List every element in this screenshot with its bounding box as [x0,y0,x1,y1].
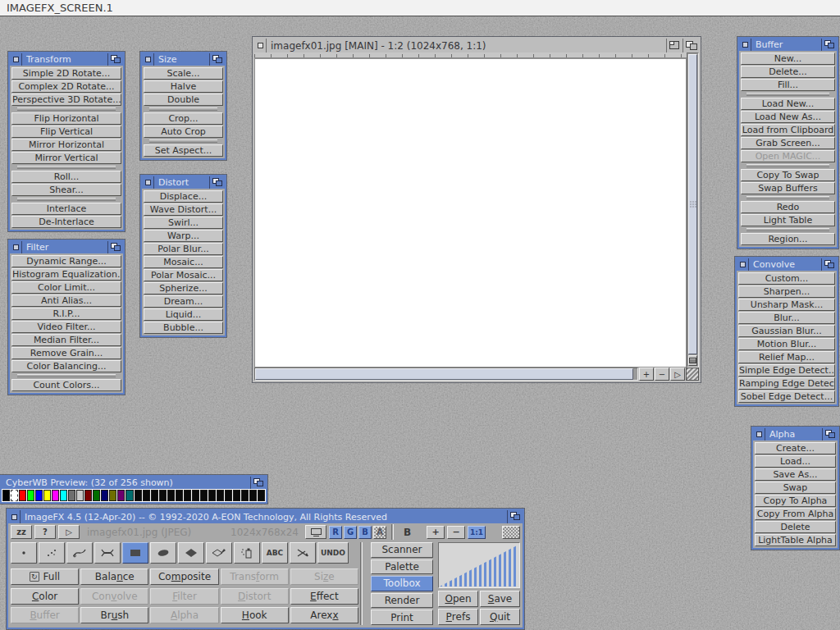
panel-button[interactable]: Remove Grain... [11,347,121,359]
depth-icon[interactable] [107,241,123,253]
alpha-titlebar[interactable]: Alpha [753,428,838,441]
palette-titlebar[interactable]: CyberWB Preview: (32 of 256 shown) [2,477,266,489]
panel-button[interactable]: LightTable Alpha [755,534,836,546]
distort-titlebar[interactable]: Distort [142,176,225,189]
panel-button[interactable]: Ramping Edge Detect [738,377,835,390]
panel-button[interactable]: Liquid... [144,308,223,321]
box-tool-button[interactable] [122,542,148,564]
panel-button[interactable]: Polar Mosaic... [144,269,223,281]
color-swatch[interactable] [126,490,133,501]
polygon-tool-button[interactable] [178,542,204,564]
panel-button[interactable]: Sobel Edge Detect... [738,390,835,403]
close-icon[interactable] [142,53,154,66]
color-swatch[interactable] [60,490,67,501]
help-button[interactable]: ? [34,525,56,539]
action-button[interactable]: Save [480,591,520,607]
color-swatch[interactable] [184,490,191,501]
color-swatch[interactable] [192,490,199,501]
channel-button[interactable]: G [344,526,357,539]
panel-button[interactable]: Double [144,94,223,106]
depth-icon[interactable] [250,477,266,489]
panel-button[interactable]: Grab Screen... [741,137,835,149]
side-button[interactable]: Scanner [371,542,433,558]
panel-button[interactable]: Crop... [144,112,223,125]
side-button[interactable]: Palette [371,559,433,575]
toolbox-grid-button[interactable]: ↻Arexx [290,607,358,623]
color-swatch[interactable] [76,490,84,501]
panel-button[interactable]: Shear... [11,184,121,196]
panel-button[interactable]: Median Filter... [11,334,121,346]
panel-button[interactable]: Delete... [741,66,835,78]
pan-arrow-button[interactable]: ▷ [670,368,685,381]
crop-tool-button[interactable] [290,542,316,564]
panel-button[interactable]: Fill... [741,79,835,91]
color-swatch[interactable] [241,490,249,501]
panel-button[interactable]: Custom... [738,272,835,285]
panel-button[interactable]: De-Interlace [11,216,121,228]
toolbox-grid-button[interactable]: ↻Hook [221,607,289,623]
color-swatch[interactable] [117,490,125,501]
depth-icon[interactable] [821,39,837,51]
point-tool-button[interactable] [11,542,37,564]
panel-button[interactable]: Displace... [144,190,223,203]
color-swatch[interactable] [135,490,142,501]
side-button[interactable]: Toolbox [371,576,433,591]
text-tool-button[interactable]: ABC [262,542,288,564]
panel-button[interactable]: Auto Crop [144,126,223,138]
color-swatch[interactable] [258,490,265,501]
toolbox-grid-button[interactable]: ↻Composite [150,568,218,585]
screen-mode-button[interactable] [305,525,326,539]
panel-button[interactable]: Interlace [11,203,121,215]
panel-button[interactable]: Blur... [738,312,835,324]
vertical-scrollbar[interactable] [687,52,699,368]
depth-icon[interactable] [682,39,699,52]
color-swatch[interactable] [249,490,257,501]
panel-button[interactable]: Region... [741,233,835,245]
panel-button[interactable]: Spherize... [144,282,223,294]
panel-button[interactable]: Set Aspect... [144,144,223,157]
panel-button[interactable]: Simple 2D Rotate... [11,67,121,80]
panel-button[interactable]: Save As... [755,468,836,481]
close-icon[interactable] [739,39,751,51]
panel-button[interactable]: Delete [755,521,836,533]
toolbox-grid-button[interactable]: ↻Brush [80,607,148,623]
transform-titlebar[interactable]: Transform [10,53,123,66]
close-icon[interactable] [142,176,154,189]
depth-icon[interactable] [107,53,123,66]
fill-tool-button[interactable] [206,542,232,564]
window-zoom-icon[interactable] [666,39,682,52]
sleep-button[interactable]: zz [11,525,32,539]
spray-tool-button[interactable] [234,542,260,564]
horizontal-scrollbar-thumb[interactable] [255,368,633,380]
zoom-out-button[interactable]: − [447,526,465,539]
color-swatch[interactable] [151,490,158,501]
color-swatch[interactable] [93,490,100,501]
color-swatch[interactable] [2,490,10,501]
panel-button[interactable]: Unsharp Mask... [738,299,835,311]
panel-button[interactable]: Load... [755,455,836,468]
freehand-tool-button[interactable] [66,542,93,564]
channel-button[interactable]: R [329,526,342,539]
panel-button[interactable]: Copy To Alpha [755,495,836,507]
panel-button[interactable]: Redo [741,201,835,213]
panel-button[interactable]: Warp... [144,230,223,242]
panel-button[interactable]: Scale... [144,67,223,80]
panel-button[interactable]: Mirror Horizontal [11,139,121,151]
panel-button[interactable]: Gaussian Blur... [738,325,835,337]
panel-button[interactable]: Flip Horizontal [11,112,121,125]
panel-button[interactable]: Flip Vertical [11,126,121,138]
zoom-ratio-button[interactable]: 1:1 [468,526,486,539]
color-swatch[interactable] [35,490,43,501]
color-swatch[interactable] [19,490,26,501]
undo-button[interactable]: UNDO [317,542,349,564]
panel-button[interactable]: New... [741,52,835,65]
color-swatch[interactable] [109,490,116,501]
panel-button[interactable]: Copy To Swap [741,169,835,181]
panel-button[interactable]: Dream... [144,295,223,308]
toolbox-grid-button[interactable]: ↻Color [11,588,79,605]
buffer-titlebar[interactable]: Buffer [739,39,837,51]
toolbox-grid-button[interactable]: ↻Balance [80,568,148,585]
color-swatch[interactable] [68,490,75,501]
depth-icon[interactable] [822,428,838,441]
panel-button[interactable]: Wave Distort... [144,203,223,216]
